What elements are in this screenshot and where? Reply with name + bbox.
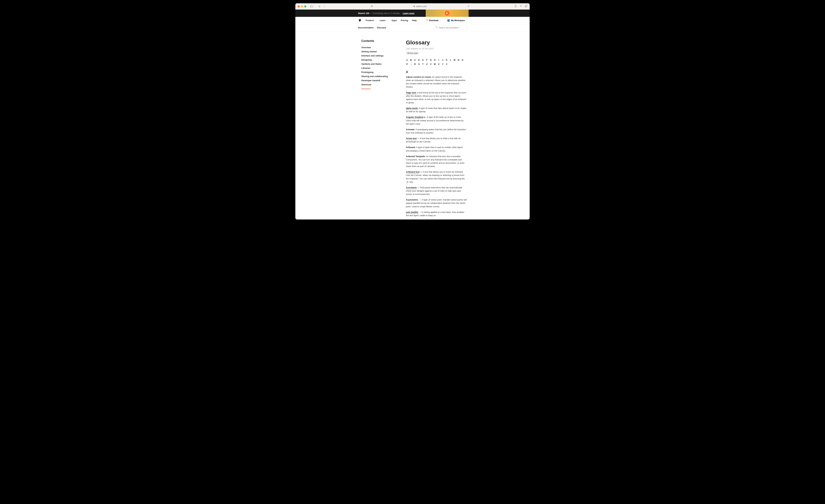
alpha-link-s[interactable]: S xyxy=(418,63,420,65)
maximize-window-button[interactable] xyxy=(304,5,306,7)
address-bar[interactable]: sketch.com xyxy=(326,5,515,8)
sidebar-title: Contents xyxy=(361,39,391,43)
sidebar-item-prototyping[interactable]: Prototyping xyxy=(361,70,391,74)
sidebar-item-designing[interactable]: Designing xyxy=(361,58,391,62)
section-heading: A xyxy=(406,70,467,74)
main-content: Contents OverviewGetting startedInterfac… xyxy=(295,31,530,219)
glossary-entry: Arrow tool ↗: A tool that allows you to … xyxy=(406,137,467,143)
banner-artwork xyxy=(426,10,469,17)
alpha-link-j[interactable]: J xyxy=(442,59,444,61)
nav-item-help[interactable]: Help⌄ xyxy=(412,19,419,22)
svg-rect-0 xyxy=(310,5,313,7)
alpha-link-a[interactable]: A xyxy=(406,59,408,61)
forward-button[interactable] xyxy=(322,5,326,8)
alpha-link-i[interactable]: I xyxy=(438,59,440,61)
refresh-button[interactable] xyxy=(467,5,470,8)
glossary-term[interactable]: Arrow tool xyxy=(406,137,417,140)
glossary-entry: auto (width) ↔: A setting applied to a t… xyxy=(406,211,467,217)
download-icon xyxy=(426,19,428,22)
glossary-term[interactable]: alpha mask: xyxy=(406,107,418,110)
alpha-link-w[interactable]: W xyxy=(434,63,436,65)
svg-rect-9 xyxy=(526,5,527,7)
sidebar-item-interface-and-settings[interactable]: Interface and settings xyxy=(361,54,391,58)
alpha-link-n[interactable]: N xyxy=(457,59,460,61)
sidebar-item-getting-started[interactable]: Getting started xyxy=(361,50,391,54)
glossary-term[interactable]: Assistants xyxy=(406,186,417,189)
alpha-link-u[interactable]: U xyxy=(426,63,428,65)
glossary-entry: Assistants ⌂: Third-party extensions tha… xyxy=(406,186,467,196)
play-button[interactable] xyxy=(445,11,450,16)
sidebar-item-sharing-and-collaborating[interactable]: Sharing and collaborating xyxy=(361,74,391,78)
share-button[interactable] xyxy=(515,5,517,8)
article: Glossary Last updated on 25 Oct 2022 29 … xyxy=(406,39,467,219)
back-button[interactable] xyxy=(318,5,321,8)
alphabet-nav: ABCDEFGHIJKLMNOPQRSTUVWXYZ xyxy=(406,59,467,65)
alpha-link-h[interactable]: H xyxy=(434,59,436,61)
glossary-entry: Artboard tool ▭: A tool that allows you … xyxy=(406,170,467,184)
main-nav: Product⌄Learn⌄AppsPricingHelp⌄ Download … xyxy=(295,17,530,24)
glossary-term[interactable]: Align tool: xyxy=(406,91,417,94)
traffic-lights xyxy=(298,5,306,7)
nav-item-learn[interactable]: Learn⌄ xyxy=(380,19,387,22)
glossary-entry: alpha mask: A type of mask that clips ab… xyxy=(406,106,467,113)
sidebar-item-libraries[interactable]: Libraries xyxy=(361,66,391,70)
banner-learn-more-link[interactable]: Learn more xyxy=(403,12,415,14)
sidebar-item-overview[interactable]: Overview xyxy=(361,46,391,50)
alpha-link-c[interactable]: C xyxy=(414,59,416,61)
sidebar-toggle-button[interactable]: ⌄ xyxy=(309,5,315,8)
chevron-down-icon: ⌄ xyxy=(386,20,388,21)
close-window-button[interactable] xyxy=(298,5,300,7)
nav-item-apps[interactable]: Apps xyxy=(391,19,397,22)
read-time-badge: 29 min read xyxy=(406,52,419,55)
alpha-link-y[interactable]: Y xyxy=(442,63,444,65)
page-title: Glossary xyxy=(406,39,467,46)
svg-line-11 xyxy=(437,28,438,28)
new-tab-button[interactable] xyxy=(520,5,522,8)
alpha-link-r[interactable]: R xyxy=(414,63,416,65)
breadcrumb-bar: Documentation › Glossary xyxy=(295,24,530,31)
breadcrumb-documentation[interactable]: Documentation xyxy=(358,26,374,29)
alpha-link-e[interactable]: E xyxy=(422,59,424,61)
term-icon: ↗ xyxy=(417,137,419,139)
sidebar-item-developer-handoff[interactable]: Developer handoff xyxy=(361,78,391,82)
alpha-link-v[interactable]: V xyxy=(430,63,432,65)
glossary-entry: Animate: A prototyping option that lets … xyxy=(406,128,467,135)
chevron-down-icon: ⌄ xyxy=(417,20,419,21)
glossary-entry: Align tool: A tool found at the top of t… xyxy=(406,91,467,104)
glossary-term[interactable]: Angular Gradient xyxy=(406,116,424,119)
minimize-window-button[interactable] xyxy=(301,5,303,7)
alpha-link-g[interactable]: G xyxy=(430,59,432,61)
glossary-term[interactable]: Artboard tool xyxy=(406,171,420,173)
sidebar-item-glossary[interactable]: Glossary xyxy=(361,87,391,91)
glossary-term[interactable]: auto (width) xyxy=(406,211,418,214)
glossary-entry: Angular Gradient ◐: A type of fill made … xyxy=(406,116,467,126)
sidebar-item-symbols-and-styles[interactable]: Symbols and Styles xyxy=(361,62,391,66)
reader-mode-icon[interactable] xyxy=(371,5,373,8)
sidebar-item-shortcuts[interactable]: Shortcuts xyxy=(361,82,391,87)
alpha-link-m[interactable]: M xyxy=(453,59,456,61)
nav-item-product[interactable]: Product⌄ xyxy=(366,19,376,22)
alpha-link-z[interactable]: Z xyxy=(446,63,448,65)
alpha-link-f[interactable]: F xyxy=(426,59,428,61)
download-button[interactable]: Download xyxy=(424,18,441,23)
search-box[interactable] xyxy=(434,25,467,30)
alpha-link-d[interactable]: D xyxy=(418,59,420,61)
logo[interactable] xyxy=(358,19,362,22)
nav-item-pricing[interactable]: Pricing xyxy=(401,19,408,22)
breadcrumb: Documentation › Glossary xyxy=(358,26,386,29)
alpha-link-b[interactable]: B xyxy=(410,59,412,61)
term-icon: ⌒ xyxy=(418,199,421,201)
svg-rect-6 xyxy=(414,6,415,7)
alpha-link-k[interactable]: K xyxy=(446,59,448,61)
workspace-button[interactable]: 👤 My Workspace xyxy=(445,18,467,23)
alpha-link-o[interactable]: O xyxy=(461,59,464,61)
alpha-link-t[interactable]: T xyxy=(422,63,424,65)
tabs-button[interactable] xyxy=(525,5,527,8)
search-icon xyxy=(436,26,438,29)
search-input[interactable] xyxy=(439,26,465,29)
term-icon: ▭ xyxy=(420,171,422,173)
breadcrumb-separator: › xyxy=(375,27,376,29)
alpha-link-p[interactable]: P xyxy=(406,63,408,65)
alpha-link-l[interactable]: L xyxy=(449,59,452,61)
alpha-link-x[interactable]: X xyxy=(438,63,440,65)
